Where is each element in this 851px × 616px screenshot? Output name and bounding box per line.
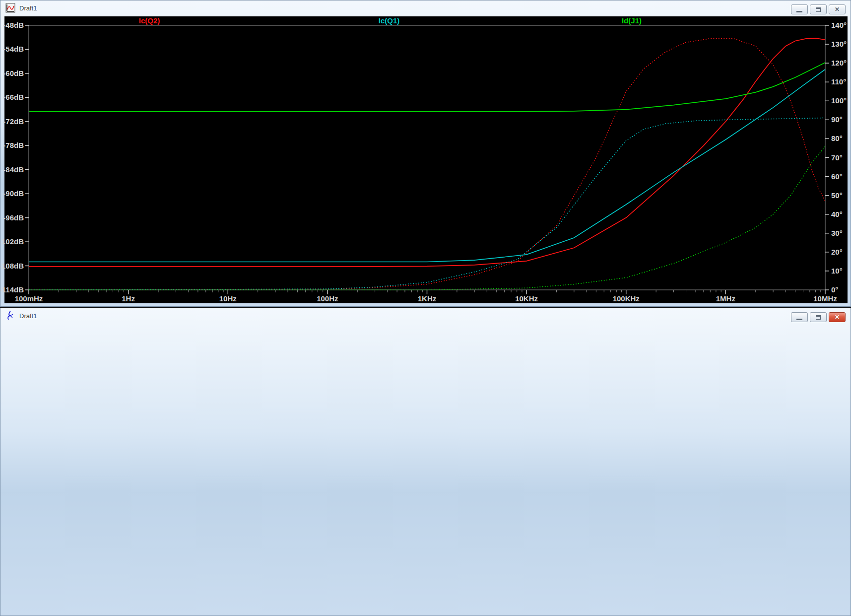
schematic-window[interactable]: Draft1 ✕ .tran 10m.ac dec 1k 0.1 10Meg.o… — [0, 308, 851, 616]
y-right-tick-label: 140° — [831, 21, 847, 29]
y-left-tick-label: -114dB — [0, 285, 24, 294]
restore-button[interactable] — [810, 4, 827, 14]
x-tick-label: 1Hz — [122, 294, 135, 303]
y-right-tick-label: 20° — [831, 248, 843, 256]
plot-canvas[interactable]: -48dB-54dB-60dB-66dB-72dB-78dB-84dB-90dB… — [0, 15, 851, 305]
restore-icon — [816, 7, 821, 12]
y-right-tick-label: 70° — [831, 153, 843, 162]
close-button[interactable]: ✕ — [829, 312, 846, 322]
y-right-tick-label: 60° — [831, 172, 843, 181]
y-left-tick-label: -84dB — [3, 165, 24, 174]
close-button[interactable]: ✕ — [829, 4, 846, 14]
window-title: Draft1 — [19, 4, 37, 12]
y-left-tick-label: -90dB — [3, 189, 24, 198]
schematic-titlebar[interactable]: Draft1 — [0, 308, 851, 323]
y-right-tick-label: 90° — [831, 115, 843, 124]
x-tick-label: 10KHz — [515, 294, 538, 303]
y-right-tick-label: 120° — [831, 59, 847, 67]
legend-Id(J1)[interactable]: Id(J1) — [622, 16, 642, 25]
minimize-icon — [796, 11, 802, 12]
restore-button[interactable] — [810, 312, 827, 322]
legend-Ic(Q1)[interactable]: Ic(Q1) — [379, 16, 400, 25]
y-left-tick-label: -48dB — [3, 21, 24, 29]
y-left-tick-label: -78dB — [3, 141, 24, 149]
y-right-tick-label: 50° — [831, 191, 843, 200]
restore-icon — [816, 315, 821, 320]
y-right-tick-label: 80° — [831, 134, 843, 142]
close-icon: ✕ — [835, 314, 840, 320]
x-tick-label: 100KHz — [613, 294, 640, 303]
x-tick-label: 10MHz — [813, 294, 837, 303]
y-right-tick-label: 110° — [831, 77, 846, 86]
y-left-tick-label: -60dB — [3, 69, 24, 77]
y-right-tick-label: 10° — [831, 267, 843, 275]
y-left-tick-label: -66dB — [3, 93, 24, 101]
y-left-tick-label: -72dB — [3, 117, 24, 126]
waveform-plot-icon — [5, 3, 15, 13]
waveform-window[interactable]: Draft1 ✕ -48dB-54dB-60dB-66dB-72dB-78dB-… — [0, 0, 851, 307]
y-right-tick-label: 30° — [831, 229, 843, 237]
plot-background — [4, 16, 848, 303]
y-right-tick-label: 40° — [831, 210, 843, 218]
minimize-button[interactable] — [791, 312, 808, 322]
y-left-tick-label: -54dB — [3, 45, 24, 53]
legend-Ic(Q2)[interactable]: Ic(Q2) — [139, 16, 160, 25]
y-right-tick-label: 100° — [831, 96, 847, 105]
close-icon: ✕ — [835, 6, 840, 12]
x-tick-label: 10Hz — [219, 294, 237, 303]
waveform-titlebar[interactable]: Draft1 — [0, 0, 851, 15]
y-left-tick-label: -96dB — [3, 213, 24, 222]
y-left-tick-label: -102dB — [0, 237, 24, 246]
x-tick-label: 100mHz — [15, 294, 43, 303]
minimize-icon — [796, 319, 802, 320]
x-tick-label: 1KHz — [418, 294, 437, 303]
y-right-tick-label: 0° — [831, 285, 838, 294]
x-tick-label: 1MHz — [716, 294, 735, 303]
y-right-tick-label: 130° — [831, 40, 847, 48]
window-title: Draft1 — [19, 312, 37, 320]
y-left-tick-label: -108dB — [0, 262, 24, 270]
x-tick-label: 100Hz — [317, 294, 338, 303]
schematic-icon — [5, 311, 15, 321]
minimize-button[interactable] — [791, 4, 808, 14]
